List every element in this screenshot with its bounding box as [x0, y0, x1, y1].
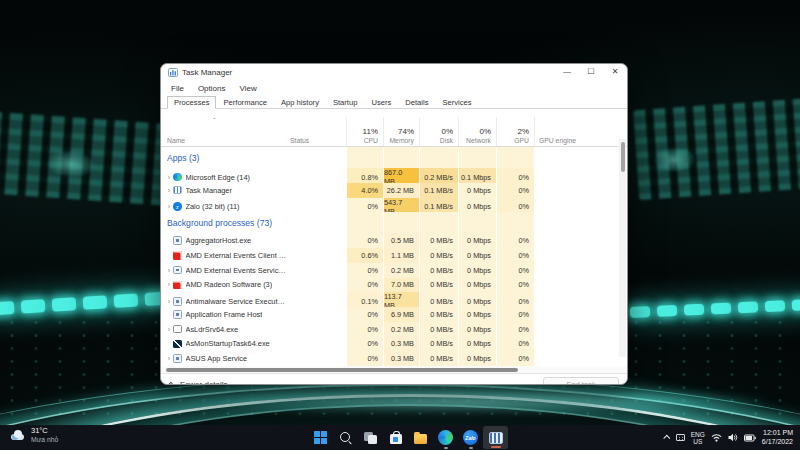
process-row[interactable]: ›AMD External Events Service M...0%0.2 M…	[161, 263, 627, 278]
menu-view[interactable]: View	[232, 84, 263, 93]
taskbar-zalo-button[interactable]: Zalo	[458, 425, 483, 450]
column-header-gpu[interactable]: 2%GPU	[496, 117, 534, 146]
row-expander-icon[interactable]: ›	[165, 174, 173, 181]
tab-bar: ProcessesPerformanceApp historyStartupUs…	[161, 95, 627, 109]
usage-value-cell: 0 MB/s	[419, 263, 458, 278]
weather-widget[interactable]: 31°C Mưa nhỏ	[10, 427, 58, 444]
usage-value-cell: 0%	[496, 337, 534, 352]
usage-value-cell: 0%	[496, 263, 534, 278]
row-expander-icon[interactable]: ›	[165, 355, 173, 362]
wifi-icon[interactable]	[711, 433, 722, 442]
clock[interactable]: 12:01 PM 6/17/2022	[762, 429, 793, 446]
tab-processes[interactable]: Processes	[167, 96, 216, 110]
section-header-row[interactable]: Background processes (73)	[161, 212, 627, 233]
process-name-cell: AggregatorHost.exe	[161, 233, 288, 248]
total-usage-value: 0%	[479, 127, 491, 136]
tab-performance[interactable]: Performance	[216, 96, 273, 110]
process-row[interactable]: ›Task Manager4.0%26.2 MB0.1 MB/s0 Mbps0%	[161, 183, 627, 198]
end-task-button[interactable]: End task	[543, 377, 619, 385]
process-row[interactable]: ›Antimalware Service Executable0.1%113.7…	[161, 292, 627, 307]
row-expander-icon[interactable]: ›	[165, 267, 173, 274]
tab-services[interactable]: Services	[435, 96, 478, 110]
running-indicator	[469, 447, 473, 450]
section-header-row[interactable]: Apps (3)	[161, 147, 627, 168]
usage-value-cell: 0.6%	[346, 248, 383, 263]
column-header-cpu[interactable]: 11%CPU	[346, 117, 383, 146]
process-name-cell: ›AsLdrSrv64.exe	[161, 322, 288, 337]
battery-icon[interactable]	[744, 434, 756, 442]
usage-value-cell: 0 MB/s	[419, 322, 458, 337]
heat-cell	[496, 212, 534, 233]
status-cell	[288, 263, 346, 278]
usage-value-cell: 0%	[346, 263, 383, 278]
process-name: ASUS App Service	[186, 354, 248, 363]
column-header-gpu-engine[interactable]: GPU engine	[534, 117, 627, 146]
gpu-engine-cell	[534, 183, 627, 198]
weather-temp: 31°C	[31, 427, 58, 436]
column-header-name[interactable]: ˆName	[161, 117, 288, 146]
process-name: Application Frame Host	[186, 310, 263, 319]
close-button[interactable]: ✕	[603, 64, 627, 81]
process-name: Task Manager	[186, 186, 232, 195]
taskbar-file-explorer-button[interactable]	[408, 425, 433, 450]
process-row[interactable]: AsMonStartupTask64.exe0%0.3 MB0 MB/s0 Mb…	[161, 337, 627, 352]
tab-startup[interactable]: Startup	[326, 96, 364, 110]
process-row[interactable]: Application Frame Host0%6.9 MB0 MB/s0 Mb…	[161, 307, 627, 322]
maximize-button[interactable]: ☐	[579, 64, 603, 81]
process-row[interactable]: ›AMD Radeon Software (3)0%7.0 MB0 MB/s0 …	[161, 278, 627, 293]
column-header-disk[interactable]: 0%Disk	[419, 117, 458, 146]
menu-file[interactable]: File	[164, 84, 191, 93]
touch-keyboard-icon[interactable]	[676, 434, 685, 441]
process-name-cell: ›ASUS App Service	[161, 351, 288, 366]
process-row[interactable]: ›zZalo (32 bit) (11)0%543.7 MB0.1 MB/s0 …	[161, 198, 627, 213]
menu-options[interactable]: Options	[191, 84, 233, 93]
row-expander-icon[interactable]: ›	[165, 298, 173, 305]
process-name-cell: AMD External Events Client Mo...	[161, 248, 288, 263]
fewer-details-label: Fewer details	[180, 380, 228, 385]
taskbar-start-button[interactable]	[308, 425, 333, 450]
process-row[interactable]: ›AsLdrSrv64.exe0%0.2 MB0 MB/s0 Mbps0%	[161, 322, 627, 337]
tab-details[interactable]: Details	[398, 96, 435, 110]
row-expander-icon[interactable]: ›	[165, 187, 173, 194]
process-row[interactable]: ›Microsoft Edge (14)0.8%867.0 MB0.2 MB/s…	[161, 168, 627, 183]
process-name: AMD Radeon Software (3)	[186, 280, 273, 289]
tray-time: 12:01 PM	[762, 429, 793, 438]
process-row[interactable]: AggregatorHost.exe0%0.5 MB0 MB/s0 Mbps0%	[161, 233, 627, 248]
gpu-engine-column-label: GPU engine	[539, 137, 576, 144]
language-switcher[interactable]: ENG US	[691, 431, 705, 445]
generic-app-icon	[173, 354, 182, 363]
process-row[interactable]: ›ASUS App Service0%0.3 MB0 MB/s0 Mbps0%	[161, 351, 627, 366]
horizontal-scrollbar[interactable]	[161, 366, 627, 373]
tray-date: 6/17/2022	[762, 438, 793, 447]
column-header-memory[interactable]: 74%Memory	[383, 117, 419, 146]
process-row[interactable]: AMD External Events Client Mo...0.6%1.1 …	[161, 248, 627, 263]
taskbar-task-manager-button[interactable]	[483, 426, 508, 449]
title-bar[interactable]: Task Manager —☐✕	[161, 64, 627, 81]
status-cell	[288, 278, 346, 293]
horizontal-scrollbar-thumb[interactable]	[166, 368, 518, 372]
vertical-scrollbar[interactable]	[619, 139, 626, 357]
columns-header[interactable]: ˆNameStatus11%CPU74%Memory0%Disk0%Networ…	[161, 117, 627, 147]
process-name: Microsoft Edge (14)	[186, 173, 251, 182]
row-expander-icon[interactable]: ›	[165, 326, 173, 333]
tab-app-history[interactable]: App history	[274, 96, 326, 110]
column-header-status[interactable]: Status	[288, 117, 346, 146]
vertical-scrollbar-thumb[interactable]	[621, 142, 625, 172]
minimize-button[interactable]: —	[555, 64, 579, 81]
usage-value-cell: 0 MB/s	[419, 278, 458, 293]
row-expander-icon[interactable]: ›	[165, 203, 173, 210]
volume-icon[interactable]	[728, 433, 738, 442]
taskbar-edge-button[interactable]	[433, 425, 458, 450]
stage-glow	[47, 149, 95, 178]
column-header-network[interactable]: 0%Network	[458, 117, 496, 146]
taskbar-task-view-button[interactable]	[358, 425, 383, 450]
process-name: Zalo (32 bit) (11)	[186, 202, 240, 211]
taskbar-search-button[interactable]	[333, 425, 358, 450]
stage-structure-right	[633, 98, 800, 200]
taskbar-store-button[interactable]	[383, 425, 408, 450]
usage-value-cell: 0%	[346, 337, 383, 352]
tab-users[interactable]: Users	[364, 96, 398, 110]
tray-overflow-chevron-icon[interactable]	[663, 435, 670, 442]
fewer-details-toggle[interactable]: Fewer details	[169, 380, 543, 385]
row-expander-icon[interactable]: ›	[165, 281, 173, 288]
